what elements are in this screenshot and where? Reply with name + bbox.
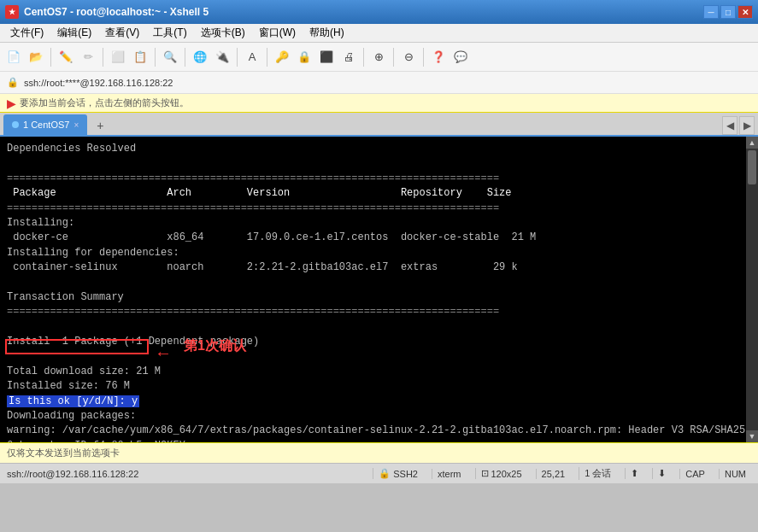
tab-navigation: ◀ ▶: [722, 116, 755, 135]
menu-view[interactable]: 查看(V): [98, 24, 146, 42]
disconnect-button[interactable]: 🔌: [212, 47, 232, 67]
status-cap-label: CAP: [685, 469, 705, 479]
term-line-2: [7, 156, 739, 171]
connect-button[interactable]: 🌐: [190, 47, 210, 67]
term-container-selinux-line: container-selinux noarch 2:2.21-2.gitba1…: [7, 260, 739, 275]
term-blank-2: [7, 320, 739, 335]
tab-prev-button[interactable]: ◀: [722, 116, 737, 135]
term-download-size: Total download size: 21 M: [7, 365, 739, 379]
key-button[interactable]: 🔑: [272, 47, 292, 67]
menu-edit[interactable]: 编辑(E): [50, 24, 98, 42]
menu-help[interactable]: 帮助(H): [303, 24, 351, 42]
status-sessions-label: 1 会话: [585, 467, 611, 480]
tab-next-button[interactable]: ▶: [739, 116, 755, 135]
tab-status-dot: [12, 121, 19, 128]
address-text: ssh://root:****@192.168.116.128:22: [24, 78, 173, 88]
toolbar-separator-3: [155, 48, 156, 67]
menu-tools[interactable]: 工具(T): [146, 24, 193, 42]
scroll-thumb[interactable]: [748, 150, 756, 184]
edit-button[interactable]: ✏️: [56, 47, 76, 67]
toolbar-separator-9: [423, 48, 424, 67]
terminal[interactable]: Dependencies Resolved ==================…: [0, 137, 746, 442]
status-sessions: 1 会话: [579, 467, 616, 480]
window-controls: ─ □ ✕: [703, 5, 753, 19]
toolbar-separator-1: [50, 48, 51, 67]
chat-button[interactable]: 💬: [450, 47, 471, 67]
copy-button[interactable]: ⬜: [108, 47, 128, 67]
download-icon: ⬇: [658, 468, 666, 479]
app-icon: ★: [5, 5, 19, 19]
minus-button[interactable]: ⊖: [398, 47, 419, 67]
status-xterm: xterm: [432, 469, 467, 479]
status-num-label: NUM: [725, 469, 746, 479]
statusbar: ssh://root@192.168.116.128:22 🔒 SSH2 xte…: [0, 463, 758, 483]
toolbar-separator-2: [103, 48, 103, 67]
status-download-button[interactable]: ⬇: [652, 468, 671, 479]
term-blank-1: [7, 276, 739, 290]
session-infobar: ▶ 要添加当前会话，点击左侧的箭头按钮。: [0, 94, 758, 113]
upload-icon: ⬆: [631, 468, 638, 479]
status-cap: CAP: [679, 469, 710, 479]
scrollbar-right[interactable]: ▲ ▼: [746, 137, 758, 442]
status-address: ssh://root@192.168.116.128:22: [7, 469, 364, 479]
scroll-up-button[interactable]: ▲: [746, 137, 758, 149]
term-docker-ce-line: docker-ce x86_64 17.09.0.ce-1.el7.centos…: [7, 231, 739, 245]
new-session-button[interactable]: 📄: [3, 47, 24, 67]
term-line-header: Package Arch Version Repository Size: [7, 186, 739, 201]
main-content: Dependencies Resolved ==================…: [0, 137, 758, 442]
term-installed-size: Installed size: 76 M: [7, 379, 739, 394]
maximize-button[interactable]: □: [720, 5, 736, 19]
lock-status-icon: 🔒: [379, 468, 391, 479]
open-button[interactable]: 📂: [26, 47, 46, 67]
status-pos-label: 25,21: [542, 469, 566, 479]
status-ssh-label: SSH2: [393, 469, 418, 479]
menubar: 文件(F) 编辑(E) 查看(V) 工具(T) 选项卡(B) 窗口(W) 帮助(…: [0, 24, 758, 43]
tab-label: 1 CentOS7: [23, 120, 69, 130]
resize-icon: ⊡: [481, 468, 489, 479]
menu-tabs[interactable]: 选项卡(B): [194, 24, 252, 42]
term-install-summary: Install 1 Package (+1 Dependent package): [7, 335, 739, 349]
status-upload-button[interactable]: ⬆: [625, 468, 643, 479]
titlebar: ★ CentOS7 - root@localhost:~ - Xshell 5 …: [0, 0, 758, 24]
status-num: NUM: [719, 469, 751, 479]
menu-window[interactable]: 窗口(W): [252, 24, 303, 42]
scroll-track[interactable]: [746, 149, 758, 430]
tab-centos7[interactable]: 1 CentOS7 ×: [3, 114, 87, 135]
help-button[interactable]: ❓: [428, 47, 449, 67]
lock-icon: 🔒: [7, 77, 19, 88]
status-resize: ⊡ 120x25: [475, 468, 527, 479]
term-deps-header: Installing for dependencies:: [7, 246, 739, 260]
scroll-down-button[interactable]: ▼: [746, 430, 758, 442]
term-warning-1: warning: /var/cache/yum/x86_64/7/extras/…: [7, 424, 739, 438]
toolbar-separator-7: [363, 48, 364, 67]
close-button[interactable]: ✕: [737, 5, 753, 19]
term-transaction-header: Transaction Summary: [7, 290, 739, 305]
lock-button[interactable]: 🔒: [294, 47, 314, 67]
term-blank-3: [7, 349, 739, 364]
term-warning-1b: 6 key, key ID f4a80eb5: NOKEY: [7, 439, 739, 442]
print-button[interactable]: 🖨: [338, 47, 359, 67]
term-installing-header: Installing:: [7, 216, 739, 231]
tabbar: 1 CentOS7 × + ◀ ▶: [0, 113, 758, 137]
tab-close-button[interactable]: ×: [73, 120, 79, 130]
status-ssh: 🔒 SSH2: [373, 468, 423, 479]
status-xterm-label: xterm: [438, 469, 461, 479]
find-button[interactable]: 🔍: [160, 47, 180, 67]
status-position: 25,21: [536, 469, 571, 479]
paste-button[interactable]: 📋: [130, 47, 150, 67]
term-separator-1: ========================================…: [7, 172, 739, 186]
plus-button[interactable]: ⊕: [368, 47, 389, 67]
toolbar-separator-6: [267, 48, 267, 67]
term-downloading-header: Downloading packages:: [7, 409, 739, 424]
minimize-button[interactable]: ─: [703, 5, 719, 19]
screen-button[interactable]: ⬛: [316, 47, 337, 67]
add-tab-button[interactable]: +: [91, 116, 109, 135]
toolbar-separator-4: [185, 48, 185, 67]
toolbar-btn-3[interactable]: ✏: [78, 47, 98, 67]
font-button[interactable]: A: [242, 47, 262, 67]
term-line-1: Dependencies Resolved: [7, 142, 739, 156]
toolbar: 📄 📂 ✏️ ✏ ⬜ 📋 🔍 🌐 🔌 A 🔑 🔒 ⬛ 🖨 ⊕ ⊖ ❓ 💬: [0, 43, 758, 72]
menu-file[interactable]: 文件(F): [3, 24, 50, 42]
term-isthisok-line: Is this ok [y/d/N]: y: [7, 395, 739, 409]
term-separator-2: ========================================…: [7, 202, 739, 216]
